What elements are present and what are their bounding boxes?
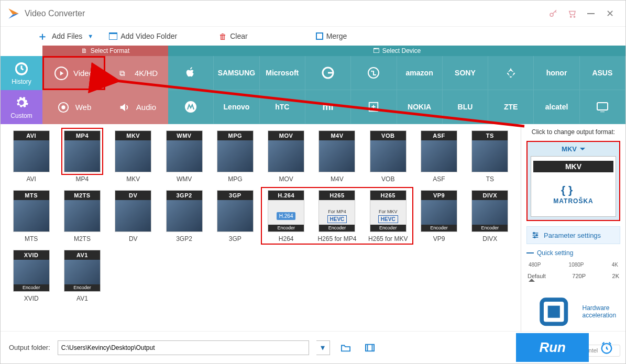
output-format-hint: Click to change output format:: [526, 128, 620, 136]
format-mts[interactable]: MTSMTS: [9, 190, 53, 242]
format-3gp2[interactable]: 3GP23GP2: [162, 190, 206, 242]
add-files-button[interactable]: ＋Add Files▼: [32, 27, 98, 46]
svg-point-15: [536, 235, 537, 236]
resolution-slider[interactable]: 480P1080P4K: [529, 262, 618, 268]
minimize-button[interactable]: [581, 4, 600, 23]
svg-point-9: [371, 71, 373, 72]
output-folder-input[interactable]: [58, 340, 309, 355]
format-dv[interactable]: DVDV: [111, 190, 156, 242]
brand-samsung[interactable]: SAMSUNG: [214, 56, 259, 90]
format-mpg[interactable]: MPGMPG: [213, 130, 257, 183]
play-icon: [54, 67, 68, 80]
brand-blu[interactable]: BLU: [443, 90, 488, 124]
format-vob[interactable]: VOBVOB: [366, 130, 410, 183]
add-video-folder-button[interactable]: Add Video Folder: [104, 30, 182, 42]
category-4k-hd[interactable]: ⧉4K/HD: [105, 56, 168, 90]
svg-point-1: [570, 16, 572, 17]
format-h265-for-mkv[interactable]: H265For MKVHEVCEncoderH265 for MKV: [366, 190, 410, 242]
browse-media-button[interactable]: [361, 340, 378, 355]
svg-point-6: [61, 105, 65, 109]
svg-point-16: [534, 237, 535, 238]
format-h264[interactable]: H.264H.264EncoderH264: [264, 190, 309, 242]
format-asf[interactable]: ASFASF: [416, 130, 461, 183]
brand-lg[interactable]: [351, 56, 397, 90]
format-mkv[interactable]: MKVMKV: [111, 130, 156, 183]
cart-icon[interactable]: [563, 4, 581, 23]
close-button[interactable]: [600, 4, 619, 23]
format-wmv[interactable]: WMVWMV: [162, 130, 206, 183]
open-folder-button[interactable]: [337, 340, 354, 355]
caret-down-icon[interactable]: ▼: [87, 33, 93, 39]
brand-tv[interactable]: [580, 90, 625, 124]
hd-icon: ⧉: [116, 67, 129, 80]
brand-oneplus[interactable]: [351, 90, 397, 124]
brand-grid: SAMSUNGMicrosoftamazonSONYhonorASUSLenov…: [168, 56, 625, 124]
brand-honor[interactable]: honor: [534, 56, 579, 90]
output-format-selector[interactable]: MKV MKV { } MATROŠKA: [526, 141, 620, 221]
brand-amazon[interactable]: amazon: [397, 56, 443, 90]
app-logo-icon: [7, 7, 20, 20]
folder-icon: [109, 32, 117, 40]
matroska-label: MATROŠKA: [553, 197, 593, 205]
format-av1[interactable]: AV1EncoderAV1: [60, 250, 104, 302]
custom-button[interactable]: Custom: [1, 90, 42, 124]
format-3gp[interactable]: 3GP3GP: [213, 190, 257, 242]
output-format-preview: MKV { } MATROŠKA: [531, 156, 616, 217]
format-mov[interactable]: MOVMOV: [264, 130, 309, 183]
brand-alcatel[interactable]: alcatel: [534, 90, 579, 124]
category-grid: Video ⧉4K/HD Web Audio: [42, 56, 168, 124]
history-icon: [14, 61, 29, 76]
format-vp9[interactable]: VP9EncoderVP9: [416, 190, 461, 242]
key-icon[interactable]: [544, 4, 563, 23]
history-button[interactable]: History: [1, 56, 42, 90]
format-h265-for-mp4[interactable]: H265For MP4HEVCEncoderH265 for MP4: [315, 190, 359, 242]
svg-rect-12: [597, 103, 608, 110]
category-web[interactable]: Web: [42, 90, 105, 124]
trash-icon: 🗑: [219, 32, 227, 41]
brand-motorola[interactable]: [168, 90, 214, 124]
format-grid: AVIAVIMP4MP4MKVMKVWMVWMVMPGMPGMOVMOVM4VM…: [9, 130, 512, 302]
svg-rect-18: [548, 306, 560, 318]
svg-rect-19: [366, 344, 374, 351]
format-ts[interactable]: TSTS: [468, 130, 512, 183]
category-audio[interactable]: Audio: [105, 90, 168, 124]
format-xvid[interactable]: XVIDEncoderXVID: [9, 250, 53, 302]
main-area: AVIAVIMP4MP4MKVMKVWMVWMVMPGMPGMOVMOVM4VM…: [1, 124, 625, 332]
brand-microsoft[interactable]: Microsoft: [260, 56, 305, 90]
header-strip: 🗎Select Format 🗔Select Device: [42, 46, 625, 56]
format-divx[interactable]: DIVXEncoderDIVX: [468, 190, 512, 242]
chrome-icon: [57, 101, 70, 114]
app-title: Video Converter: [25, 9, 544, 18]
right-panel: Click to change output format: MKV MKV {…: [521, 124, 625, 332]
merge-button[interactable]: Merge: [311, 30, 353, 42]
brand-lenovo[interactable]: Lenovo: [214, 90, 259, 124]
toolbar: ＋Add Files▼ Add Video Folder 🗑Clear Merg…: [1, 27, 625, 46]
brand-apple[interactable]: [168, 56, 214, 90]
brand-zte[interactable]: ZTE: [488, 90, 534, 124]
svg-point-2: [574, 16, 575, 17]
format-avi[interactable]: AVIAVI: [9, 130, 53, 183]
nav-sidebar: History Custom: [1, 56, 42, 124]
brand-asus[interactable]: ASUS: [580, 56, 625, 90]
format-mp4[interactable]: MP4MP4: [60, 130, 104, 183]
svg-point-0: [550, 13, 553, 16]
format-grid-wrap: AVIAVIMP4MP4MKVMKVWMVWMVMPGMPGMOVMOVM4VM…: [1, 124, 521, 332]
device-icon: 🗔: [373, 47, 379, 54]
output-folder-dropdown[interactable]: ▾: [316, 340, 330, 355]
format-m4v[interactable]: M4VM4V: [315, 130, 359, 183]
brand-mi[interactable]: mı: [305, 90, 351, 124]
brand-nokia[interactable]: NOKIA: [397, 90, 443, 124]
brand-sony[interactable]: SONY: [443, 56, 488, 90]
parameter-settings-button[interactable]: Parameter settings: [526, 226, 620, 244]
run-button[interactable]: Run: [516, 333, 589, 362]
category-video[interactable]: Video: [42, 56, 105, 90]
format-m2ts[interactable]: M2TSM2TS: [60, 190, 104, 242]
brand-huawei[interactable]: [488, 56, 534, 90]
clear-button[interactable]: 🗑Clear: [214, 30, 252, 43]
schedule-button[interactable]: [596, 337, 617, 358]
brand-g[interactable]: [305, 56, 351, 90]
select-format-header: 🗎Select Format: [42, 46, 168, 56]
speaker-icon: [117, 101, 131, 114]
brand-htc[interactable]: hTC: [260, 90, 305, 124]
titlebar: Video Converter: [1, 1, 625, 27]
